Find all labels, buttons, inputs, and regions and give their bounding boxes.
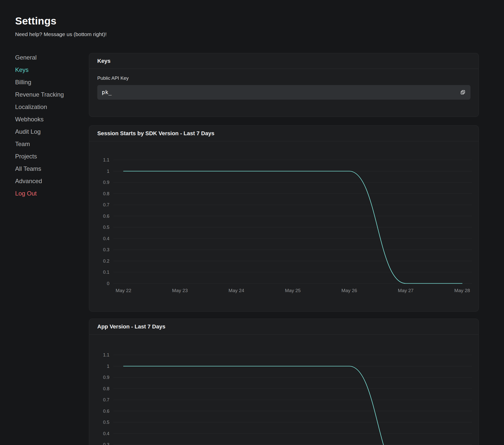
svg-text:0.1: 0.1 bbox=[103, 270, 109, 275]
keys-card-header: Keys bbox=[89, 53, 479, 69]
svg-text:0.3: 0.3 bbox=[103, 442, 109, 445]
sdk-version-chart-title: Session Starts by SDK Version - Last 7 D… bbox=[97, 130, 214, 137]
sidebar-item-log-out[interactable]: Log Out bbox=[15, 187, 86, 200]
svg-text:0.5: 0.5 bbox=[103, 420, 109, 425]
svg-text:0: 0 bbox=[107, 281, 109, 286]
sidebar-item-general[interactable]: General bbox=[15, 51, 86, 64]
app-version-chart-header: App Version - Last 7 Days bbox=[89, 319, 479, 335]
svg-text:1.1: 1.1 bbox=[103, 352, 109, 357]
svg-text:1: 1 bbox=[107, 169, 109, 174]
sdk-version-chart: 1.110.90.80.70.60.50.40.30.20.10May 22Ma… bbox=[89, 141, 479, 312]
sdk-version-chart-header: Session Starts by SDK Version - Last 7 D… bbox=[89, 126, 479, 141]
page-title: Settings bbox=[15, 15, 56, 27]
svg-text:0.9: 0.9 bbox=[103, 180, 109, 185]
svg-text:0.8: 0.8 bbox=[103, 386, 109, 391]
svg-text:0.7: 0.7 bbox=[103, 397, 109, 402]
svg-text:0.5: 0.5 bbox=[103, 225, 109, 230]
svg-text:May 25: May 25 bbox=[285, 288, 301, 293]
svg-text:0.6: 0.6 bbox=[103, 409, 109, 414]
sidebar: General Keys Billing Revenue Tracking Lo… bbox=[15, 51, 86, 200]
svg-text:0.3: 0.3 bbox=[103, 247, 109, 252]
sdk-version-chart-card: Session Starts by SDK Version - Last 7 D… bbox=[89, 125, 479, 312]
app-version-chart-title: App Version - Last 7 Days bbox=[97, 323, 165, 330]
svg-text:May 28: May 28 bbox=[454, 288, 470, 293]
app-version-chart: 1.110.90.80.70.60.50.40.30.20.10May 22Ma… bbox=[89, 335, 479, 445]
svg-text:May 22: May 22 bbox=[116, 288, 131, 293]
sidebar-item-all-teams[interactable]: All Teams bbox=[15, 162, 86, 175]
sidebar-item-revenue-tracking[interactable]: Revenue Tracking bbox=[15, 88, 86, 101]
sidebar-item-billing[interactable]: Billing bbox=[15, 76, 86, 88]
svg-text:1: 1 bbox=[107, 364, 109, 369]
svg-text:0.4: 0.4 bbox=[103, 431, 109, 436]
keys-card-title: Keys bbox=[97, 58, 111, 64]
sidebar-item-projects[interactable]: Projects bbox=[15, 150, 86, 162]
svg-text:May 23: May 23 bbox=[172, 288, 188, 293]
svg-text:0.4: 0.4 bbox=[103, 236, 109, 241]
public-api-key-field[interactable]: pk_ bbox=[97, 85, 470, 100]
svg-text:0.2: 0.2 bbox=[103, 259, 109, 264]
app-version-chart-card: App Version - Last 7 Days 1.110.90.80.70… bbox=[89, 319, 479, 445]
app-version-chart-body: 1.110.90.80.70.60.50.40.30.20.10May 22Ma… bbox=[89, 335, 479, 445]
sdk-version-chart-body: 1.110.90.80.70.60.50.40.30.20.10May 22Ma… bbox=[89, 141, 479, 312]
keys-card-body: Public API Key pk_ bbox=[89, 69, 479, 100]
main-content: Keys Public API Key pk_ Session Starts b… bbox=[89, 53, 479, 445]
svg-text:May 26: May 26 bbox=[341, 288, 357, 293]
sidebar-item-audit-log[interactable]: Audit Log bbox=[15, 125, 86, 138]
sidebar-item-localization[interactable]: Localization bbox=[15, 101, 86, 113]
svg-text:0.8: 0.8 bbox=[103, 191, 109, 196]
sidebar-item-team[interactable]: Team bbox=[15, 138, 86, 150]
svg-text:May 24: May 24 bbox=[229, 288, 244, 293]
svg-text:0.7: 0.7 bbox=[103, 202, 109, 207]
sidebar-item-keys[interactable]: Keys bbox=[15, 64, 86, 76]
page-subtitle: Need help? Message us (bottom right)! bbox=[15, 31, 107, 37]
copy-button[interactable] bbox=[458, 87, 468, 97]
keys-card: Keys Public API Key pk_ bbox=[89, 53, 479, 117]
public-api-key-value: pk_ bbox=[102, 89, 112, 95]
sidebar-item-webhooks[interactable]: Webhooks bbox=[15, 113, 86, 125]
sidebar-item-advanced[interactable]: Advanced bbox=[15, 175, 86, 187]
svg-text:0.6: 0.6 bbox=[103, 214, 109, 219]
public-api-key-label: Public API Key bbox=[97, 75, 470, 81]
svg-text:May 27: May 27 bbox=[398, 288, 414, 293]
copy-icon bbox=[460, 90, 466, 95]
svg-text:0.9: 0.9 bbox=[103, 375, 109, 380]
svg-text:1.1: 1.1 bbox=[103, 157, 109, 162]
